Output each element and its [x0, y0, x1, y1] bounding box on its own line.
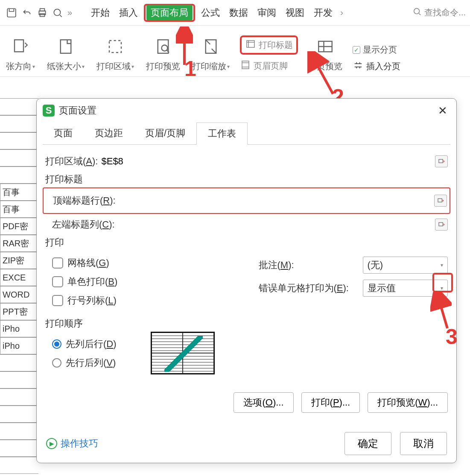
dlg-tab-margins[interactable]: 页边距 — [84, 123, 134, 144]
svg-rect-17 — [439, 159, 443, 163]
top-title-row: 顶端标题行(R): — [46, 193, 447, 208]
preview-icon[interactable] — [50, 6, 65, 20]
radio-icon — [52, 358, 61, 368]
down-then-over-radio[interactable]: 先列后行(D) — [52, 338, 117, 350]
ribbon-break-group: ✓ 显示分页 插入分页 — [348, 44, 405, 72]
cell[interactable]: PPT密 — [0, 303, 38, 320]
checkbox-icon — [52, 276, 63, 287]
ribbon-page-break-preview[interactable]: 分页预览 — [302, 36, 348, 72]
gridlines-checkbox[interactable]: 网格线(G) — [52, 257, 242, 269]
tab-view[interactable]: 视图 — [282, 5, 308, 21]
print-preview-button[interactable]: 打印预览(W)... — [368, 392, 448, 413]
errors-label: 错误单元格打印为(E): — [259, 282, 357, 295]
annotation-num-1: 1 — [184, 56, 196, 81]
cell[interactable]: EXCE — [0, 269, 38, 286]
tab-formula[interactable]: 公式 — [198, 5, 223, 21]
ribbon-tabs: 开始 插入 页面布局 公式 数据 审阅 视图 开发 › — [88, 4, 345, 22]
comments-label: 批注(M): — [259, 259, 357, 272]
svg-rect-2 — [40, 9, 45, 11]
left-col-label: 左端标题列(C): — [52, 218, 115, 231]
cell[interactable]: 百事 — [0, 201, 38, 218]
comments-select[interactable]: (无)▾ — [363, 257, 448, 274]
cell[interactable]: iPho — [0, 337, 38, 354]
ribbon-print-preview[interactable]: 打印预览 — [140, 36, 186, 72]
ribbon-titles-group: 打印标题 页眉页脚 — [236, 35, 302, 72]
monochrome-checkbox[interactable]: 单色打印(B) — [52, 275, 242, 288]
tab-page-layout[interactable]: 页面布局 — [146, 5, 193, 20]
options-button[interactable]: 选项(O)... — [234, 392, 293, 413]
close-button[interactable]: ✕ — [435, 103, 450, 118]
over-then-down-radio[interactable]: 先行后列(V) — [52, 356, 117, 369]
search-icon — [412, 7, 422, 18]
header-footer-icon — [240, 60, 251, 72]
cancel-button[interactable]: 取消 — [400, 432, 447, 455]
ref-select-button-left[interactable] — [435, 219, 448, 231]
top-row-label: 顶端标题行(R): — [53, 194, 116, 207]
cell[interactable]: iPho — [0, 320, 38, 337]
rowcol-headings-checkbox[interactable]: 行号列标(L) — [52, 294, 242, 307]
cell[interactable]: ZIP密 — [0, 252, 38, 269]
show-page-break[interactable]: ✓ 显示分页 — [353, 44, 400, 55]
print-area-input[interactable] — [101, 154, 432, 169]
page-setup-dialog: S 页面设置 ✕ 页面 页边距 页眉/页脚 工作表 打印区域(A): 打印标题 … — [36, 98, 457, 463]
svg-point-10 — [162, 45, 168, 51]
tab-dev[interactable]: 开发 — [310, 5, 336, 21]
more-indicator[interactable]: » — [66, 8, 74, 18]
ok-button[interactable]: 确定 — [344, 432, 391, 455]
svg-rect-8 — [109, 41, 121, 53]
ref-select-button-top[interactable] — [434, 195, 447, 207]
svg-rect-12 — [247, 41, 254, 47]
top-row-input[interactable] — [119, 193, 431, 208]
dialog-footer: ▶ 操作技巧 确定 取消 — [37, 424, 456, 463]
print-order-label: 打印顺序 — [45, 317, 448, 330]
print-area-label: 打印区域(A): — [45, 155, 98, 168]
dlg-tab-sheet[interactable]: 工作表 — [196, 123, 248, 145]
ribbon-header-footer[interactable]: 页眉页脚 — [240, 60, 298, 72]
cell[interactable]: 百事 — [0, 184, 38, 201]
svg-rect-7 — [61, 40, 71, 53]
left-col-row: 左端标题列(C): — [45, 217, 448, 232]
dlg-tab-page[interactable]: 页面 — [43, 123, 84, 144]
print-section-label: 打印 — [45, 236, 448, 249]
app-logo-icon: S — [43, 105, 55, 117]
print-icon[interactable] — [35, 6, 50, 20]
svg-point-5 — [414, 9, 420, 14]
cell[interactable]: PDF密 — [0, 218, 38, 235]
dialog-body: 打印区域(A): 打印标题 顶端标题行(R): 左端标题列(C): 打印 网格线… — [37, 145, 456, 419]
ribbon-print-titles[interactable]: 打印标题 — [240, 35, 298, 55]
tab-insert[interactable]: 插入 — [116, 5, 141, 21]
search-command[interactable]: 查找命令... — [412, 7, 466, 18]
save-icon[interactable] — [4, 6, 19, 20]
annotation-highlight-row: 顶端标题行(R): — [43, 187, 450, 214]
tips-link[interactable]: ▶ 操作技巧 — [46, 437, 98, 450]
ribbon-paper-size[interactable]: 纸张大小▾ — [41, 36, 90, 72]
print-button[interactable]: 打印(P)... — [301, 392, 360, 413]
ribbon-orientation[interactable]: 张方向▾ — [0, 36, 41, 72]
cell[interactable]: RAR密 — [0, 235, 38, 252]
tab-data[interactable]: 数据 — [226, 5, 251, 21]
spreadsheet-column: 百事 百事 PDF密 RAR密 ZIP密 EXCE WORD PPT密 iPho… — [0, 98, 38, 474]
left-col-input[interactable] — [118, 217, 432, 232]
undo-icon[interactable] — [20, 6, 34, 20]
annotation-highlight-1: 页面布局 — [144, 4, 195, 22]
tab-review[interactable]: 审阅 — [254, 5, 280, 21]
errors-select[interactable]: 显示值▾ — [363, 280, 448, 297]
print-area-row: 打印区域(A): — [45, 154, 448, 169]
tabs-more[interactable]: › — [339, 8, 345, 18]
ref-select-button[interactable] — [435, 155, 448, 167]
cell[interactable]: WORD — [0, 286, 38, 303]
svg-rect-13 — [242, 61, 249, 69]
quick-access-toolbar: » 开始 插入 页面布局 公式 数据 审阅 视图 开发 › 查找命令... — [0, 0, 470, 26]
svg-rect-3 — [40, 14, 45, 16]
dialog-title: 页面设置 — [59, 104, 96, 117]
svg-rect-18 — [438, 199, 442, 202]
dlg-tab-header-footer[interactable]: 页眉/页脚 — [134, 123, 196, 144]
svg-point-4 — [54, 9, 60, 15]
search-placeholder: 查找命令... — [424, 7, 466, 18]
insert-page-break[interactable]: 插入分页 — [353, 61, 400, 72]
ribbon: 张方向▾ 纸张大小▾ 打印区域▾ 打印预览 打印缩放▾ 打印标题 页眉页脚 分页… — [0, 26, 470, 77]
tab-start[interactable]: 开始 — [88, 5, 113, 21]
ribbon-print-area[interactable]: 打印区域▾ — [90, 36, 140, 72]
dialog-tabs: 页面 页边距 页眉/页脚 工作表 — [43, 123, 450, 145]
print-area-icon — [105, 36, 126, 57]
